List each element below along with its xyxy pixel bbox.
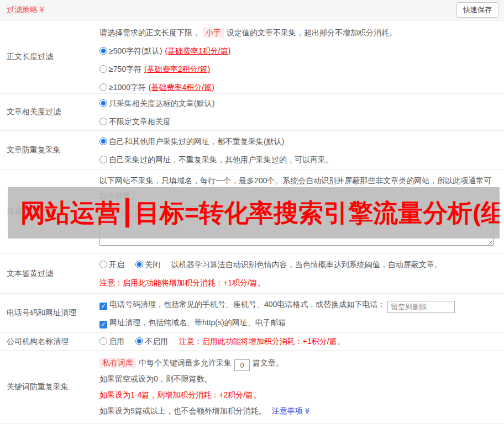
private-lexicon-highlight: 私有词库 [99, 358, 136, 368]
row-keyword-dedupe: 关键词防重复采集 私有词库中每个关键词最多允许采集篇文章。 如果留空或设为0，则… [0, 351, 504, 424]
radio-option-dedupe-self[interactable]: 自己采集过的网址，不重复采集，其他用户采集过的，可以再采。 [99, 151, 497, 169]
row-label: 关键词防重复采集 [0, 351, 99, 423]
limit-pre-text: 中每个关键词最多允许采集 [139, 358, 232, 367]
radio-option-relevance-strict[interactable]: 只采集相关度达标的文章(默认) [99, 94, 497, 113]
row-company-clean: 公司机构名称清理 启用 不启用 注意：启用此功能将增加积分消耗：+1积分/篇。 [0, 333, 504, 351]
quick-save-button[interactable]: 快速保存 [456, 2, 498, 18]
radio-icon[interactable] [99, 83, 107, 91]
radio-label: 只采集相关度达标的文章(默认) [109, 99, 214, 108]
row-body-length-filter: 正文长度过滤 请选择需求的正文长度下限，小于设定值的文章不采集，超出部分不增加积… [0, 20, 504, 94]
keyword-note-five: 如果设为5篇或以上，也不会额外增加积分消耗。注意事项≫ [99, 403, 497, 419]
radio-option-porn-on[interactable]: 开启 [99, 260, 124, 269]
less-than-highlight: 小于 [203, 28, 224, 38]
radio-label: ≥1000字符 [109, 83, 146, 92]
radio-label: 启用 [109, 337, 124, 346]
note-text: 如果设为5篇或以上，也不会额外增加积分消耗。 [99, 406, 266, 415]
radio-icon[interactable] [99, 47, 107, 55]
radio-icon[interactable] [99, 156, 107, 163]
checkbox-checked-icon[interactable] [99, 303, 107, 310]
radio-option-750[interactable]: ≥750字符(基础费率2积分/篇) [99, 60, 497, 78]
chevron-down-icon: ≫ [39, 6, 45, 13]
row-label: 正文长度过滤 [0, 20, 99, 93]
radio-label: 开启 [109, 260, 124, 269]
radio-label: 不启用 [145, 337, 168, 346]
radio-label: ≥500字符(默认) [109, 46, 162, 55]
row-relevance-filter: 文章相关度过滤 只采集相关度达标的文章(默认) 不限定文章相关度 [0, 94, 504, 131]
radio-icon[interactable] [99, 337, 107, 345]
radio-icon[interactable] [99, 118, 107, 125]
page-title[interactable]: 过滤策略≫ [7, 5, 46, 15]
radio-icon[interactable] [135, 261, 143, 268]
radio-label: 自己采集过的网址，不重复采集，其他用户采集过的，可以再采。 [109, 155, 333, 164]
radio-icon[interactable] [99, 137, 107, 145]
notes-link-text: 注意事项 [272, 406, 303, 415]
radio-label: ≥750字符 [109, 65, 141, 73]
header-bar: 过滤策略≫ 快速保存 [0, 0, 504, 20]
radio-icon[interactable] [99, 65, 107, 73]
fee-note: (基础费率2积分/篇) [144, 65, 210, 73]
radio-option-company-on[interactable]: 启用 [99, 337, 124, 346]
fee-note: (基础费率4积分/篇) [149, 83, 214, 92]
radio-icon[interactable] [135, 337, 143, 345]
company-clean-options: 启用 不启用 注意：启用此功能将增加积分消耗：+1积分/篇。 [99, 333, 497, 350]
filter-strategy-page: 过滤策略≫ 快速保存 正文长度过滤 请选择需求的正文长度下限，小于设定值的文章不… [0, 0, 504, 424]
keyword-note-zero: 如果留空或设为0，则不限篇数。 [99, 371, 497, 387]
radio-option-500[interactable]: ≥500字符(默认)(基础费率1积分/篇) [99, 42, 497, 60]
watermark-banner: 网站运营┃目标=转化率搜索引擎流量分析(组 [8, 187, 500, 239]
keyword-limit-line: 私有词库中每个关键词最多允许采集篇文章。 [99, 355, 497, 371]
keyword-note-fee: 如果设为1-4篇，则增加积分消耗：+2积分/篇。 [99, 387, 497, 403]
radio-icon[interactable] [99, 261, 107, 268]
row-phone-url-clean: 电话号码和网址清理 电话号码清理，包括常见的手机号、座机号、400电话格式，或替… [0, 294, 504, 333]
porn-filter-description: 以机器学习算法自动识别色情内容，当色情概率达到系统阈值，自动屏蔽文章。 [171, 260, 442, 269]
radio-label: 自己和其他用户采集过的网址，都不重复采集(默认) [109, 137, 284, 146]
radio-option-dedupe-all[interactable]: 自己和其他用户采集过的网址，都不重复采集(默认) [99, 132, 497, 151]
checkbox-checked-icon[interactable] [99, 321, 107, 328]
company-clean-warning: 注意：启用此功能将增加积分消耗：+1积分/篇。 [179, 337, 345, 346]
radio-option-company-off[interactable]: 不启用 [135, 337, 168, 346]
row-label: 文章相关度过滤 [0, 94, 99, 130]
row-label: 电话号码和网址清理 [0, 294, 99, 332]
radio-option-relevance-any[interactable]: 不限定文章相关度 [99, 113, 497, 131]
length-intro: 请选择需求的正文长度下限，小于设定值的文章不采集，超出部分不增加积分消耗。 [99, 24, 497, 42]
porn-filter-options: 开启 关闭 以机器学习算法自动识别色情内容，当色情概率达到系统阈值，自动屏蔽文章… [99, 256, 497, 274]
intro-post: 设定值的文章不采集，超出部分不增加积分消耗。 [227, 28, 397, 37]
radio-label: 关闭 [145, 260, 160, 269]
checkbox-label: 电话号码清理，包括常见的手机号、座机号、400电话格式，或替换成如下电话： [109, 300, 385, 309]
fee-note: (基础费率1积分/篇) [165, 46, 230, 55]
row-label: 公司机构名称清理 [0, 333, 99, 350]
row-porn-filter: 文本鉴黄过滤 开启 关闭 以机器学习算法自动识别色情内容，当色情概率达到系统阈值… [0, 254, 504, 294]
page-title-text: 过滤策略 [7, 5, 38, 14]
row-label: 文本鉴黄过滤 [0, 254, 99, 293]
intro-pre: 请选择需求的正文长度下限， [99, 28, 200, 37]
radio-option-porn-off[interactable]: 关闭 [135, 260, 160, 269]
notes-link[interactable]: 注意事项≫ [272, 406, 311, 415]
url-clean-option[interactable]: 网址清理，包括纯域名、带http(s)的网址、电子邮箱 [99, 314, 497, 332]
keyword-count-input[interactable] [234, 359, 250, 371]
checkbox-label: 网址清理，包括纯域名、带http(s)的网址、电子邮箱 [109, 318, 286, 327]
radio-icon[interactable] [99, 99, 107, 107]
porn-filter-warning: 注意：启用此功能将增加积分消耗：+1积分/篇。 [99, 274, 497, 292]
watermark-text: 网站运营┃目标=转化率搜索引擎流量分析(组 [8, 197, 500, 230]
radio-label: 不限定文章相关度 [109, 117, 171, 126]
chevron-down-icon: ≫ [304, 407, 311, 415]
replacement-phone-input[interactable] [387, 301, 455, 313]
row-label: 文章防重复采集 [0, 131, 99, 169]
row-url-dedupe: 文章防重复采集 自己和其他用户采集过的网址，都不重复采集(默认) 自己采集过的网… [0, 131, 504, 170]
phone-clean-option[interactable]: 电话号码清理，包括常见的手机号、座机号、400电话格式，或替换成如下电话： [99, 295, 497, 314]
limit-post-text: 篇文章。 [253, 358, 284, 367]
